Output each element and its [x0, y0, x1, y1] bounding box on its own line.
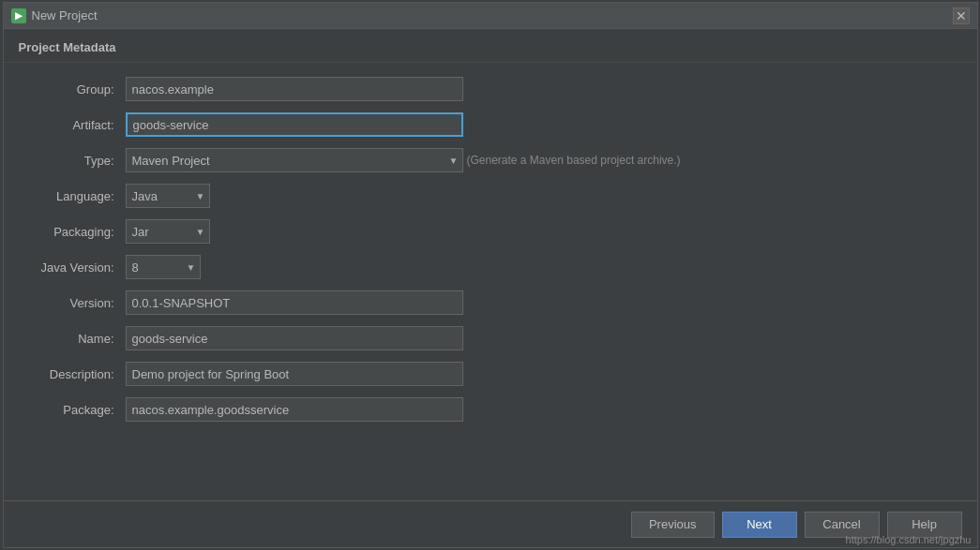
- section-header: Project Metadata: [4, 29, 977, 63]
- packaging-select-wrapper: Jar War ▼: [126, 219, 210, 244]
- watermark: https://blog.csdn.net/jpgzhu: [846, 534, 972, 545]
- group-row: Group:: [23, 76, 958, 102]
- version-row: Version:: [23, 290, 958, 316]
- package-input[interactable]: [126, 397, 463, 422]
- language-row: Language: Java Kotlin Groovy ▼: [23, 183, 958, 209]
- package-label: Package:: [23, 403, 126, 417]
- description-input[interactable]: [126, 362, 463, 386]
- group-label: Group:: [23, 82, 126, 97]
- java-version-select-wrapper: 8 11 17 ▼: [126, 255, 201, 279]
- name-label: Name:: [23, 332, 126, 346]
- new-project-dialog: ▶ New Project ✕ Project Metadata Group: …: [3, 2, 978, 548]
- group-input[interactable]: [126, 77, 463, 101]
- form-content: Group: Artifact: Type: Maven Project Gra…: [4, 63, 977, 500]
- packaging-select[interactable]: Jar War: [127, 220, 209, 243]
- type-row: Type: Maven Project Gradle Project ▼ (Ge…: [23, 147, 958, 173]
- artifact-row: Artifact:: [23, 111, 958, 138]
- artifact-label: Artifact:: [23, 118, 126, 132]
- version-input[interactable]: [126, 290, 463, 315]
- type-label: Type:: [23, 154, 126, 168]
- app-icon: ▶: [11, 8, 26, 23]
- packaging-row: Packaging: Jar War ▼: [23, 218, 958, 245]
- next-button[interactable]: Next: [722, 512, 797, 538]
- description-row: Description:: [23, 361, 958, 387]
- title-bar: ▶ New Project ✕: [4, 3, 977, 29]
- dialog-title: New Project: [32, 8, 98, 22]
- previous-button[interactable]: Previous: [631, 512, 715, 538]
- description-label: Description:: [23, 367, 126, 381]
- title-bar-left: ▶ New Project: [11, 8, 98, 23]
- package-row: Package:: [23, 396, 958, 423]
- type-description: (Generate a Maven based project archive.…: [467, 154, 681, 167]
- type-select-wrapper: Maven Project Gradle Project ▼: [126, 148, 463, 172]
- version-label: Version:: [23, 296, 126, 310]
- packaging-label: Packaging:: [23, 225, 126, 239]
- java-version-select[interactable]: 8 11 17: [127, 256, 200, 278]
- dialog-footer: Previous Next Cancel Help: [4, 500, 977, 547]
- language-label: Language:: [23, 189, 126, 203]
- name-row: Name:: [23, 325, 958, 351]
- close-button[interactable]: ✕: [953, 7, 970, 24]
- name-input[interactable]: [126, 326, 463, 350]
- java-version-label: Java Version:: [23, 260, 126, 275]
- artifact-input[interactable]: [126, 112, 463, 137]
- type-select[interactable]: Maven Project Gradle Project: [127, 149, 462, 171]
- language-select[interactable]: Java Kotlin Groovy: [127, 185, 209, 207]
- java-version-row: Java Version: 8 11 17 ▼: [23, 254, 958, 280]
- language-select-wrapper: Java Kotlin Groovy ▼: [126, 184, 210, 208]
